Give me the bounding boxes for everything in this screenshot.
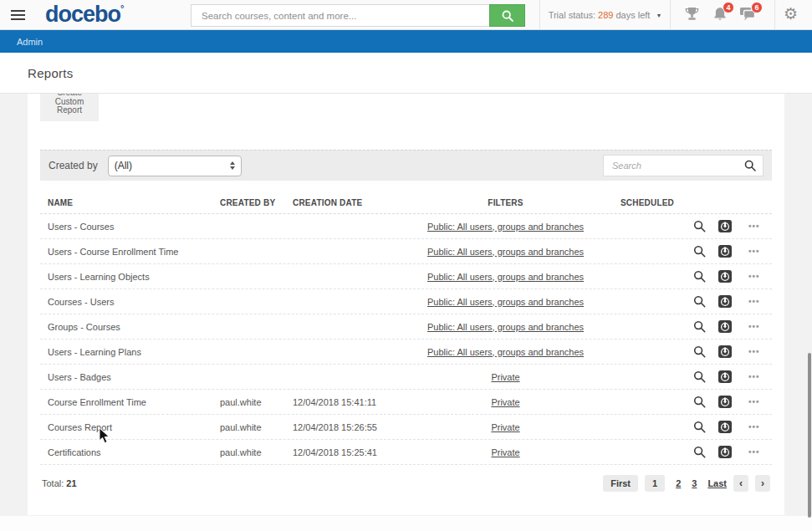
page-header: Reports — [0, 53, 812, 94]
report-name: Course Enrollment Time — [48, 397, 220, 407]
download-report-button[interactable] — [718, 345, 732, 358]
table-row[interactable]: Users - Course Enrollment Time Public: A… — [40, 239, 772, 264]
row-menu-button[interactable]: ••• — [748, 422, 760, 431]
report-filters-link[interactable]: Private — [491, 422, 519, 432]
create-custom-report-button[interactable]: Create Custom Report — [40, 94, 99, 121]
download-report-button[interactable] — [718, 421, 732, 433]
row-menu-button[interactable]: ••• — [748, 222, 760, 231]
row-actions: ••• — [693, 245, 779, 258]
pagination-arrow[interactable]: ‹ — [733, 475, 748, 492]
report-filters-link[interactable]: Public: All users, groups and branches — [427, 272, 584, 282]
row-menu-button[interactable]: ••• — [748, 397, 760, 406]
download-report-button[interactable] — [718, 245, 732, 258]
preview-report-button[interactable] — [693, 245, 706, 258]
preview-report-button[interactable] — [693, 270, 706, 283]
pagination-2[interactable]: 2 — [676, 478, 681, 488]
row-actions: ••• — [693, 421, 779, 433]
total-value: 21 — [66, 478, 76, 488]
download-report-button[interactable] — [718, 320, 732, 333]
logo-registered-mark: ° — [120, 3, 124, 13]
report-filters-link[interactable]: Public: All users, groups and branches — [427, 347, 584, 357]
report-name: Users - Courses — [48, 222, 220, 232]
table-search — [603, 155, 763, 176]
create-tile-line3: Report — [40, 106, 99, 115]
gamification-button[interactable] — [684, 7, 700, 22]
pagination-3[interactable]: 3 — [692, 478, 697, 488]
preview-report-button[interactable] — [693, 446, 706, 458]
row-menu-button[interactable]: ••• — [748, 247, 760, 256]
notifications-button[interactable]: 4 — [712, 7, 728, 22]
table-row[interactable]: Users - Courses Public: All users, group… — [40, 214, 772, 239]
trial-status-dropdown[interactable]: Trial status: 289 days left ▼ — [539, 0, 671, 30]
row-menu-button[interactable]: ••• — [748, 372, 760, 381]
created-by-select[interactable]: (All) — [108, 156, 242, 176]
table-search-input[interactable] — [610, 160, 744, 171]
preview-report-button[interactable] — [693, 396, 706, 408]
report-name: Users - Learning Plans — [48, 347, 220, 357]
preview-report-button[interactable] — [693, 295, 706, 308]
row-menu-button[interactable]: ••• — [748, 347, 760, 356]
row-menu-button[interactable]: ••• — [748, 322, 760, 331]
pagination-last[interactable]: Last — [707, 478, 727, 488]
global-search-input[interactable] — [191, 4, 489, 27]
table-row[interactable]: Groups - Courses Public: All users, grou… — [40, 314, 772, 340]
bottom-strip — [0, 516, 812, 530]
table-row[interactable]: Courses - Users Public: All users, group… — [40, 289, 772, 314]
row-menu-button[interactable]: ••• — [748, 272, 760, 281]
preview-report-button[interactable] — [693, 320, 706, 333]
table-row[interactable]: Users - Badges Private ••• — [40, 365, 772, 390]
report-filters-link[interactable]: Public: All users, groups and branches — [427, 222, 584, 232]
download-report-button[interactable] — [718, 270, 732, 283]
report-filters-link[interactable]: Public: All users, groups and branches — [427, 247, 584, 257]
column-header-filters: FILTERS — [426, 198, 585, 207]
magnifier-icon — [693, 446, 706, 458]
report-filters-link[interactable]: Public: All users, groups and branches — [427, 297, 584, 307]
download-report-button[interactable] — [718, 446, 732, 458]
table-body: Users - Courses Public: All users, group… — [40, 214, 772, 465]
search-icon[interactable] — [744, 160, 756, 171]
column-header-creation-date: CREATION DATE — [293, 198, 426, 207]
pagination-1[interactable]: 1 — [645, 475, 665, 492]
preview-report-button[interactable] — [693, 421, 706, 433]
settings-gear-icon[interactable]: ⚙ — [784, 4, 798, 23]
download-report-button[interactable] — [718, 396, 732, 408]
trial-status-label: Trial status: — [549, 10, 595, 20]
report-filters-link[interactable]: Private — [491, 397, 519, 407]
row-actions: ••• — [693, 295, 779, 308]
download-report-button[interactable] — [718, 370, 732, 383]
report-filters-link[interactable]: Private — [491, 372, 519, 382]
preview-report-button[interactable] — [693, 370, 706, 383]
notifications-badge: 4 — [723, 2, 734, 13]
reports-card: Create Custom Report Created by (All) — [28, 94, 784, 515]
magnifier-icon — [693, 320, 706, 333]
preview-report-button[interactable] — [693, 220, 706, 232]
table-row[interactable]: Course Enrollment Time paul.white 12/04/… — [40, 390, 772, 415]
pagination-first[interactable]: First — [603, 475, 638, 492]
vertical-scrollbar[interactable] — [808, 353, 811, 518]
messages-button[interactable]: 6 — [739, 7, 756, 21]
admin-breadcrumb-bar: Admin — [0, 30, 812, 53]
table-row[interactable]: Users - Learning Objects Public: All use… — [40, 264, 772, 289]
download-report-button[interactable] — [718, 220, 732, 232]
table-row[interactable]: Users - Learning Plans Public: All users… — [40, 340, 772, 365]
table-row[interactable]: Certifications paul.white 12/04/2018 15:… — [40, 440, 772, 465]
global-search-button[interactable] — [489, 4, 525, 27]
download-icon — [718, 220, 732, 232]
report-filters-link[interactable]: Private — [491, 447, 519, 457]
download-report-button[interactable] — [718, 295, 732, 308]
row-actions: ••• — [693, 446, 779, 458]
row-menu-button[interactable]: ••• — [748, 297, 760, 306]
magnifier-icon — [693, 421, 706, 433]
hamburger-menu-icon[interactable] — [11, 10, 25, 20]
report-name: Users - Badges — [48, 372, 220, 382]
magnifier-icon — [693, 345, 706, 358]
table-row[interactable]: Courses Report paul.white 12/04/2018 15:… — [40, 415, 772, 440]
docebo-logo[interactable]: docebo° — [45, 2, 124, 28]
preview-report-button[interactable] — [693, 345, 706, 358]
top-header-bar: docebo° Trial status: 289 days left ▼ 4 — [0, 0, 812, 30]
magnifier-icon — [693, 370, 706, 383]
report-filters-link[interactable]: Public: All users, groups and branches — [427, 322, 584, 332]
breadcrumb-admin[interactable]: Admin — [17, 37, 43, 47]
pagination-arrow[interactable]: › — [755, 475, 770, 492]
row-menu-button[interactable]: ••• — [748, 447, 760, 457]
